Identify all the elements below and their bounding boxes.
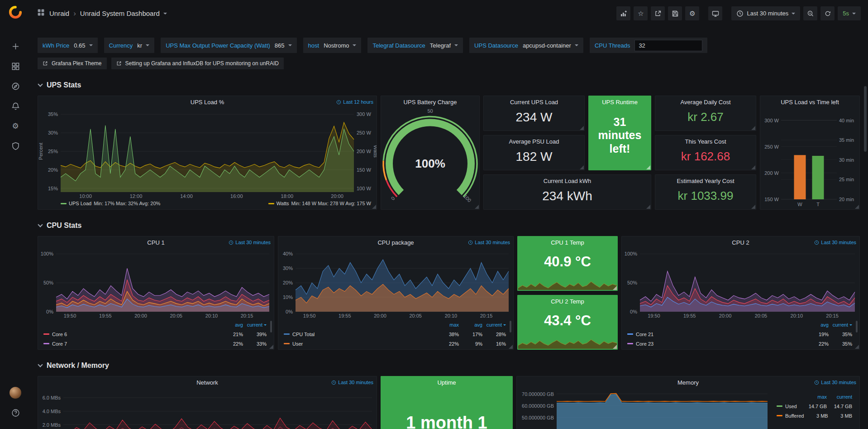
- panel-title[interactable]: This Years Cost: [655, 138, 756, 145]
- section-cpu-stats[interactable]: CPU Stats: [38, 221, 868, 231]
- time-range-badge[interactable]: Last 30 minutes: [468, 240, 510, 245]
- dashboard-settings-button[interactable]: ⚙: [685, 6, 699, 20]
- battery-gauge[interactable]: 050100100%: [381, 108, 479, 208]
- resize-handle[interactable]: [580, 126, 584, 130]
- dashboards-icon[interactable]: [5, 56, 26, 76]
- panel-title[interactable]: UPS Load vs Time left: [781, 99, 839, 106]
- legend-series-name[interactable]: CPU Total: [292, 332, 315, 337]
- variable-currency[interactable]: Currency kr: [104, 38, 155, 53]
- legend-col-avg[interactable]: avg: [219, 322, 243, 328]
- share-button[interactable]: [651, 6, 665, 20]
- panel-title[interactable]: Current Load kWh: [484, 178, 651, 184]
- variable-telegraf-datasource[interactable]: Telegraf Datasource Telegraf: [367, 38, 463, 53]
- panel-title[interactable]: CPU package: [377, 239, 414, 246]
- legend-series-name[interactable]: Buffered: [785, 413, 804, 419]
- time-range-badge[interactable]: Last 30 minutes: [229, 240, 271, 245]
- resize-handle[interactable]: [509, 345, 513, 349]
- section-ups-stats[interactable]: UPS Stats: [38, 80, 868, 90]
- legend-series-name[interactable]: Core 7: [52, 341, 67, 347]
- panel-title[interactable]: Uptime: [437, 379, 456, 386]
- create-icon[interactable]: [5, 36, 26, 56]
- panel-title[interactable]: Memory: [677, 379, 699, 386]
- configuration-icon[interactable]: ⚙: [5, 116, 26, 136]
- ups-load-vs-time-chart[interactable]: 300 W250 W200 W150 W40 min35 min30 min25…: [760, 108, 859, 208]
- add-panel-button[interactable]: [616, 6, 630, 20]
- legend-col-current[interactable]: current: [482, 322, 506, 328]
- variable-ups-max-output[interactable]: UPS Max Output Power Capacity (Watt) 865: [161, 38, 296, 53]
- resize-handle[interactable]: [613, 345, 617, 349]
- dashboard-link-plex-theme[interactable]: Grafana Plex Theme: [38, 58, 107, 69]
- help-icon[interactable]: [5, 403, 26, 423]
- dashboard-caret-icon[interactable]: [163, 13, 167, 14]
- legend-col-avg[interactable]: avg: [805, 322, 829, 328]
- panel-title[interactable]: Current UPS Load: [484, 99, 584, 106]
- memory-chart[interactable]: 70.000000 GB60.000000 GB50.000000 GB: [517, 388, 771, 429]
- dashboard-title[interactable]: Unraid System Dashboard: [80, 10, 160, 17]
- cpu-threads-input[interactable]: [634, 40, 702, 51]
- panel-title[interactable]: CPU 2: [732, 239, 749, 246]
- resize-handle[interactable]: [855, 345, 859, 349]
- variable-cpu-threads[interactable]: CPU Threads: [590, 38, 708, 53]
- page-scrollbar[interactable]: [864, 86, 867, 152]
- time-range-badge[interactable]: Last 12 hours: [336, 99, 373, 105]
- variable-ups-datasource[interactable]: UPS Datasource apcupsd-container: [469, 38, 583, 53]
- ups-load-chart[interactable]: 35%30%25%20%15%300 W250 W200 W150 W100 W…: [38, 108, 377, 199]
- user-avatar[interactable]: [5, 383, 26, 403]
- resize-handle[interactable]: [269, 345, 273, 349]
- resize-handle[interactable]: [613, 286, 617, 290]
- panel-title[interactable]: CPU 1: [147, 239, 164, 246]
- panel-title[interactable]: Average PSU Load: [484, 138, 584, 145]
- save-button[interactable]: [668, 6, 682, 20]
- panel-title[interactable]: UPS Runtime: [589, 99, 651, 106]
- resize-handle[interactable]: [372, 205, 376, 209]
- resize-handle[interactable]: [646, 165, 650, 169]
- section-network-memory[interactable]: Network / Memory: [38, 361, 868, 371]
- time-range-badge[interactable]: Last 30 minutes: [814, 240, 856, 245]
- legend-col-avg[interactable]: avg: [459, 322, 482, 328]
- resize-handle[interactable]: [646, 205, 650, 209]
- cycle-view-button[interactable]: [708, 6, 722, 20]
- grafana-logo[interactable]: [9, 5, 22, 21]
- panel-title[interactable]: CPU 1 Temp: [518, 239, 617, 246]
- legend-item[interactable]: UPS LoadMin: 17% Max: 32% Avg: 20%: [61, 201, 160, 206]
- time-picker-button[interactable]: Last 30 minutes: [731, 6, 800, 20]
- legend-series-name[interactable]: Used: [785, 404, 797, 409]
- legend-series-name[interactable]: Core 6: [52, 332, 67, 337]
- network-chart[interactable]: 6.0 MBs4.0 MBs2.0 MBs: [38, 388, 377, 429]
- legend-col-max[interactable]: max: [801, 394, 827, 400]
- legend-col-current[interactable]: current: [829, 322, 852, 328]
- panel-title[interactable]: Estimated Yearly Cost: [655, 178, 756, 184]
- resize-handle[interactable]: [855, 205, 859, 209]
- panel-title[interactable]: Network: [196, 379, 218, 386]
- resize-handle[interactable]: [751, 126, 755, 130]
- legend-col-current[interactable]: current: [243, 322, 267, 328]
- variable-host[interactable]: host Nostromo: [303, 38, 362, 53]
- server-admin-icon[interactable]: [5, 136, 26, 156]
- panel-title[interactable]: Average Daily Cost: [655, 99, 756, 106]
- cpu2-chart[interactable]: 100%50%0%19:5019:5520:0020:0520:1020:15: [622, 248, 859, 319]
- legend-series-name[interactable]: Core 21: [636, 332, 653, 337]
- legend-col-current[interactable]: current: [827, 394, 852, 400]
- legend-item[interactable]: WattsMin: 148 W Max: 278 W Avg: 175 W: [268, 201, 371, 206]
- legend-series-name[interactable]: User: [292, 341, 303, 347]
- apps-grid-icon[interactable]: [37, 9, 45, 18]
- legend-col-max[interactable]: max: [435, 322, 459, 328]
- time-range-badge[interactable]: Last 30 minutes: [814, 380, 856, 385]
- breadcrumb-app[interactable]: Unraid: [49, 10, 69, 17]
- resize-handle[interactable]: [751, 205, 755, 209]
- resize-handle[interactable]: [475, 205, 479, 209]
- resize-handle[interactable]: [751, 165, 755, 169]
- panel-title[interactable]: UPS Load %: [191, 99, 224, 106]
- zoom-out-button[interactable]: [803, 6, 817, 20]
- panel-title[interactable]: UPS Battery Charge: [404, 99, 457, 106]
- cpu-package-chart[interactable]: 40%30%20%10%0%19:5019:5520:0020:0520:102…: [278, 248, 513, 319]
- time-range-badge[interactable]: Last 30 minutes: [331, 380, 373, 385]
- star-button[interactable]: ☆: [634, 6, 648, 20]
- cpu1-chart[interactable]: 100%50%0%19:5019:5520:0020:0520:1020:15: [38, 248, 274, 319]
- refresh-button[interactable]: [820, 6, 835, 20]
- dashboard-link-ups-monitoring[interactable]: Setting up Grafana and InfluxDB for UPS …: [111, 58, 284, 69]
- explore-icon[interactable]: [5, 76, 26, 96]
- panel-title[interactable]: CPU 2 Temp: [518, 298, 617, 305]
- refresh-interval-button[interactable]: 5s: [838, 6, 861, 20]
- variable-kwh-price[interactable]: kWh Price 0.65: [38, 38, 98, 53]
